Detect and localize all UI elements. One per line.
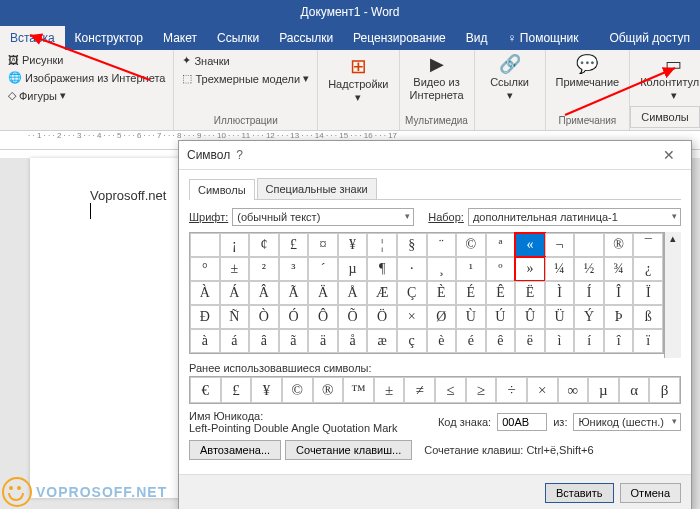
char-cell[interactable]: Ø	[427, 305, 457, 329]
char-cell[interactable]: Ã	[279, 281, 309, 305]
recent-char-cell[interactable]: α	[619, 377, 650, 403]
char-cell[interactable]: Ï	[633, 281, 663, 305]
char-cell[interactable]	[190, 233, 220, 257]
dialog-close-icon[interactable]: ✕	[655, 147, 683, 163]
pictures-button[interactable]: 🖼Рисунки	[4, 52, 169, 68]
char-cell[interactable]: ×	[397, 305, 427, 329]
recent-char-cell[interactable]: ±	[374, 377, 405, 403]
recent-char-cell[interactable]: β	[649, 377, 680, 403]
dialog-help-icon[interactable]: ?	[230, 148, 249, 162]
font-select[interactable]: (обычный текст)	[232, 208, 414, 226]
recent-char-cell[interactable]: £	[221, 377, 252, 403]
tab-layout[interactable]: Макет	[153, 26, 207, 50]
char-cell[interactable]: ê	[486, 329, 516, 353]
share-button[interactable]: Общий доступ	[599, 26, 700, 50]
char-cell[interactable]: µ	[338, 257, 368, 281]
char-cell[interactable]: ï	[633, 329, 663, 353]
char-cell[interactable]: Ê	[486, 281, 516, 305]
char-cell[interactable]: ¨	[427, 233, 457, 257]
char-cell[interactable]: ¯	[633, 233, 663, 257]
char-cell[interactable]: Â	[249, 281, 279, 305]
shapes-button[interactable]: ◇Фигуры ▾	[4, 87, 169, 104]
dlg-tab-special[interactable]: Специальные знаки	[257, 178, 377, 199]
insert-button[interactable]: Вставить	[545, 483, 614, 503]
character-grid[interactable]: ¡¢£¤¥¦§¨©ª«¬­®¯°±²³´µ¶·¸¹º»¼½¾¿ÀÁÂÃÄÅÆÇÈ…	[189, 232, 664, 354]
header-footer-button[interactable]: ▭Колонтитулы▾	[634, 52, 700, 104]
char-cell[interactable]: ß	[633, 305, 663, 329]
tab-mailings[interactable]: Рассылки	[269, 26, 343, 50]
char-cell[interactable]: é	[456, 329, 486, 353]
char-cell[interactable]: ³	[279, 257, 309, 281]
comment-button[interactable]: 💬Примечание	[550, 52, 626, 91]
tab-review[interactable]: Рецензирование	[343, 26, 456, 50]
char-cell[interactable]: ©	[456, 233, 486, 257]
char-cell[interactable]: Å	[338, 281, 368, 305]
recent-char-cell[interactable]: ≠	[404, 377, 435, 403]
char-cell[interactable]: ¹	[456, 257, 486, 281]
char-cell[interactable]: æ	[367, 329, 397, 353]
online-video-button[interactable]: ▶Видео из Интернета	[404, 52, 470, 104]
char-cell[interactable]: ¦	[367, 233, 397, 257]
char-cell[interactable]: Æ	[367, 281, 397, 305]
char-cell[interactable]: «	[515, 233, 545, 257]
char-cell[interactable]: ç	[397, 329, 427, 353]
char-cell[interactable]: â	[249, 329, 279, 353]
recent-char-cell[interactable]: ≤	[435, 377, 466, 403]
char-cell[interactable]: Û	[515, 305, 545, 329]
char-cell[interactable]: Ô	[308, 305, 338, 329]
char-cell[interactable]: »	[515, 257, 545, 281]
char-cell[interactable]: Ä	[308, 281, 338, 305]
tab-insert[interactable]: Вставка	[0, 26, 65, 50]
char-cell[interactable]: Ú	[486, 305, 516, 329]
char-cell[interactable]: Ñ	[220, 305, 250, 329]
char-cell[interactable]: ã	[279, 329, 309, 353]
char-cell[interactable]: Ö	[367, 305, 397, 329]
char-cell[interactable]: Î	[604, 281, 634, 305]
char-cell[interactable]: Ë	[515, 281, 545, 305]
char-cell[interactable]: £	[279, 233, 309, 257]
cancel-button[interactable]: Отмена	[620, 483, 681, 503]
char-cell[interactable]: ¬	[545, 233, 575, 257]
char-cell[interactable]: ²	[249, 257, 279, 281]
char-cell[interactable]: ´	[308, 257, 338, 281]
3d-models-button[interactable]: ⬚Трехмерные модели ▾	[178, 70, 313, 87]
char-cell[interactable]: Ü	[545, 305, 575, 329]
icons-button[interactable]: ✦Значки	[178, 52, 313, 69]
addins-button[interactable]: ⊞Надстройки▾	[322, 52, 394, 106]
recent-char-cell[interactable]: ®	[313, 377, 344, 403]
char-cell[interactable]: Ì	[545, 281, 575, 305]
char-cell[interactable]: Ó	[279, 305, 309, 329]
shortcut-button[interactable]: Сочетание клавиш...	[285, 440, 412, 460]
char-cell[interactable]: ª	[486, 233, 516, 257]
char-cell[interactable]: è	[427, 329, 457, 353]
char-cell[interactable]: í	[574, 329, 604, 353]
char-cell[interactable]: Á	[220, 281, 250, 305]
char-cell[interactable]: Ç	[397, 281, 427, 305]
links-button[interactable]: 🔗Ссылки▾	[479, 52, 541, 104]
char-cell[interactable]: Õ	[338, 305, 368, 329]
dlg-tab-symbols[interactable]: Символы	[189, 179, 255, 200]
subset-select[interactable]: дополнительная латиница-1	[468, 208, 681, 226]
char-cell[interactable]: Þ	[604, 305, 634, 329]
char-cell[interactable]: §	[397, 233, 427, 257]
char-cell[interactable]: ­	[574, 233, 604, 257]
char-cell[interactable]: ¼	[545, 257, 575, 281]
code-input[interactable]	[497, 413, 547, 431]
recent-char-cell[interactable]: ÷	[496, 377, 527, 403]
char-cell[interactable]: °	[190, 257, 220, 281]
char-cell[interactable]: ¡	[220, 233, 250, 257]
char-cell[interactable]: ë	[515, 329, 545, 353]
char-cell[interactable]: Ò	[249, 305, 279, 329]
char-cell[interactable]: ®	[604, 233, 634, 257]
char-cell[interactable]: ·	[397, 257, 427, 281]
char-cell[interactable]: ì	[545, 329, 575, 353]
char-cell[interactable]: à	[190, 329, 220, 353]
char-cell[interactable]: á	[220, 329, 250, 353]
char-cell[interactable]: å	[338, 329, 368, 353]
char-cell[interactable]: ¥	[338, 233, 368, 257]
char-cell[interactable]: î	[604, 329, 634, 353]
char-cell[interactable]: ä	[308, 329, 338, 353]
grid-scrollbar[interactable]: ▴	[664, 232, 681, 358]
recent-char-cell[interactable]: ¥	[251, 377, 282, 403]
recent-char-cell[interactable]: €	[190, 377, 221, 403]
